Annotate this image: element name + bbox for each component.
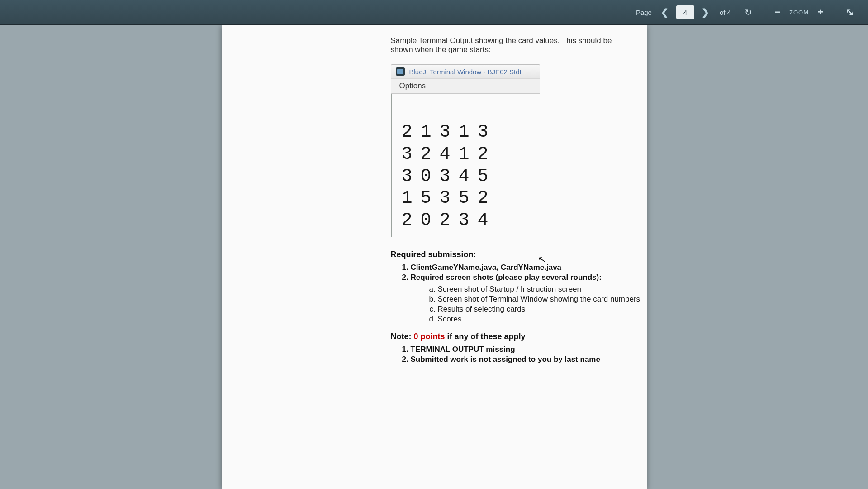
- grid-row: 20234: [398, 210, 647, 232]
- required-submission-list: ClientGameYName.java, CardYName.java Req…: [411, 263, 647, 324]
- list-item: Required screen shots (please play sever…: [411, 273, 647, 324]
- document-page: Sample Terminal Output showing the card …: [222, 25, 647, 489]
- screenshot-sublist: Screen shot of Startup / Instruction scr…: [438, 285, 647, 324]
- penalty-list: TERMINAL OUTPUT missing Submitted work i…: [411, 345, 647, 364]
- bluej-logo-icon: [396, 67, 405, 76]
- list-item: TERMINAL OUTPUT missing: [411, 345, 647, 354]
- grid-row: 21313: [398, 121, 647, 144]
- list-item: Screen shot of Startup / Instruction scr…: [438, 285, 647, 294]
- zoom-in-button[interactable]: +: [815, 7, 826, 18]
- grid-row: 32412: [398, 144, 647, 166]
- terminal-body: 21313 32412 30345 15352 20234: [391, 94, 647, 237]
- list-item: Results of selecting cards: [438, 305, 647, 314]
- terminal-screenshot: BlueJ: Terminal Window - BJE02 StdL Opti…: [391, 64, 647, 237]
- required-submission-heading: Required submission:: [391, 250, 647, 259]
- terminal-title-text: BlueJ: Terminal Window - BJE02 StdL: [409, 68, 523, 76]
- card-grid: 21313 32412 30345 15352 20234: [398, 121, 647, 232]
- page-total-label: of 4: [720, 9, 731, 16]
- toolbar-separator: [763, 6, 763, 19]
- refresh-icon[interactable]: ↻: [743, 7, 754, 18]
- toolbar-separator-2: [835, 6, 835, 19]
- list-item: Screen shot of Terminal Window showing t…: [438, 295, 647, 304]
- grid-row: 30345: [398, 166, 647, 188]
- page-number-input[interactable]: [676, 5, 694, 19]
- terminal-menu-options: Options: [391, 78, 540, 94]
- list-item: Submitted work is not assigned to you by…: [411, 355, 647, 364]
- list-item: Scores: [438, 315, 647, 324]
- page-label: Page: [636, 9, 652, 16]
- prev-page-button[interactable]: ❮: [660, 6, 670, 19]
- note-label: Note: [391, 332, 409, 341]
- note-zero-points: 0 points: [414, 332, 445, 341]
- grid-row: 15352: [398, 187, 647, 210]
- zoom-label: ZOOM: [789, 9, 809, 16]
- note-line: Note: 0 points if any of these apply: [391, 332, 647, 341]
- terminal-titlebar: BlueJ: Terminal Window - BJE02 StdL: [391, 64, 540, 78]
- intro-text: Sample Terminal Output showing the card …: [389, 36, 633, 54]
- next-page-button[interactable]: ❯: [701, 6, 711, 19]
- zoom-out-button[interactable]: −: [772, 7, 783, 18]
- pdf-toolbar: Page ❮ ❯ of 4 ↻ − ZOOM + ⤡: [0, 0, 868, 25]
- list-item: ClientGameYName.java, CardYName.java: [411, 263, 647, 272]
- fullscreen-icon[interactable]: ⤡: [844, 7, 855, 18]
- document-viewport[interactable]: Sample Terminal Output showing the card …: [0, 25, 868, 489]
